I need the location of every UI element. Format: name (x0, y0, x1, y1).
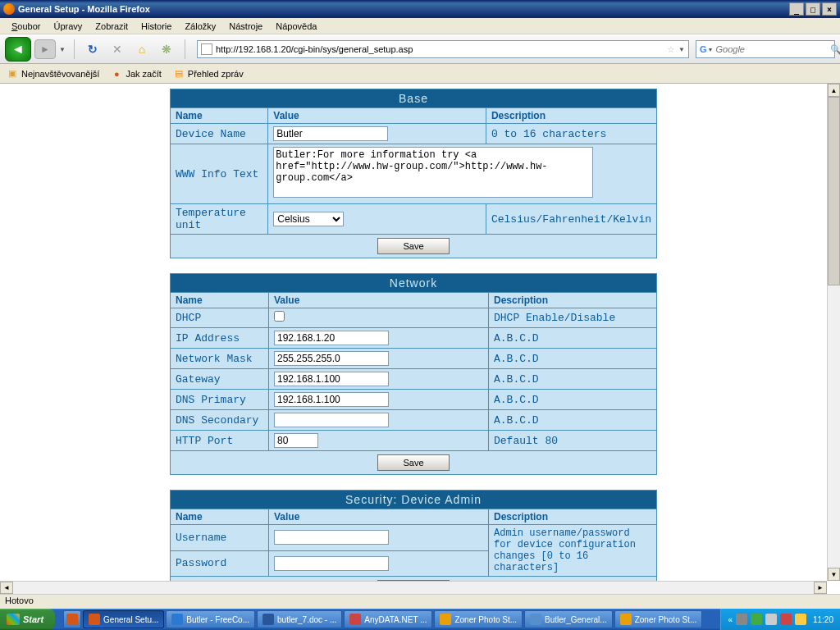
search-icon[interactable]: 🔍 (830, 44, 841, 55)
network-col-name: Name (171, 293, 269, 308)
tray-icon[interactable] (765, 614, 777, 625)
window-title: General Setup - Mozilla Firefox (18, 4, 789, 14)
zoner-icon (620, 614, 632, 625)
close-button[interactable]: × (822, 2, 837, 16)
ip-input[interactable] (274, 331, 389, 345)
security-desc: Admin username/password for device confi… (489, 525, 657, 577)
dns1-desc: A.B.C.D (489, 390, 657, 410)
taskbar: Start General Setu... Butler - FreeCo...… (0, 609, 840, 630)
search-input[interactable] (716, 44, 830, 54)
taskbar-item-zoner2[interactable]: Zoner Photo St... (614, 610, 703, 628)
temp-unit-label: Temperature unit (171, 204, 268, 235)
back-button[interactable]: ◄ (5, 37, 31, 62)
gateway-desc: A.B.C.D (489, 369, 657, 390)
mask-input[interactable] (274, 351, 389, 366)
stop-button[interactable]: ✕ (109, 41, 126, 57)
maximize-button[interactable]: □ (806, 2, 820, 16)
search-box[interactable]: G ▼ 🔍 (696, 40, 835, 58)
menu-history[interactable]: Historie (135, 20, 178, 33)
dns2-input[interactable] (274, 413, 389, 427)
http-port-input[interactable] (274, 433, 318, 448)
gateway-input[interactable] (274, 372, 389, 386)
taskbar-item-zoner1[interactable]: Zoner Photo St... (434, 610, 523, 628)
bookmark-most-visited[interactable]: ▣ Nejnavštěvovanější (7, 68, 99, 80)
dns1-input[interactable] (274, 392, 389, 407)
horizontal-scrollbar[interactable]: ◄ ► (0, 581, 827, 594)
folder-icon: ▣ (7, 68, 18, 80)
firefox-icon (3, 3, 15, 15)
password-label: Password (171, 550, 269, 577)
menu-view[interactable]: Zobrazit (89, 20, 135, 33)
page-icon (201, 43, 212, 55)
word-icon (262, 614, 274, 625)
username-label: Username (171, 525, 269, 551)
navigation-toolbar: ◄ ► ▼ ↻ ✕ ⌂ ❋ ☆ ▼ G ▼ 🔍 (0, 34, 840, 64)
menu-bar: Soubor Úpravy Zobrazit Historie Záložky … (0, 18, 840, 34)
menu-tools[interactable]: Nástroje (222, 20, 269, 33)
minimize-button[interactable]: _ (789, 2, 804, 16)
device-name-label: Device Name (171, 124, 268, 144)
network-section-header: Network (171, 274, 657, 293)
taskbar-item-general-setup[interactable]: General Setu... (83, 610, 164, 628)
vertical-scrollbar[interactable]: ▲ ▼ (827, 84, 840, 581)
tray-icon[interactable] (780, 614, 792, 625)
taskbar-item-butler-doc[interactable]: butler_7.doc - ... (257, 610, 342, 628)
device-name-desc: 0 to 16 characters (486, 124, 656, 144)
start-button[interactable]: Start (0, 609, 55, 630)
menu-edit[interactable]: Úpravy (47, 20, 89, 33)
tray-icon[interactable] (795, 614, 806, 625)
temp-unit-select[interactable]: Celsius (273, 212, 344, 226)
menu-bookmarks[interactable]: Záložky (178, 20, 222, 33)
security-col-name: Name (171, 509, 269, 525)
url-bar[interactable]: ☆ ▼ (197, 40, 689, 58)
tray-icon[interactable] (751, 614, 762, 625)
bookmark-news-overview[interactable]: ▤ Přehled zpráv (173, 68, 244, 80)
forward-button[interactable]: ► (34, 39, 56, 59)
dhcp-checkbox[interactable] (274, 311, 285, 322)
home-button[interactable]: ⌂ (134, 41, 150, 57)
network-col-desc: Description (489, 293, 657, 308)
base-save-button[interactable]: Save (377, 238, 450, 254)
url-dropdown-icon[interactable]: ▼ (678, 46, 685, 53)
taskbar-item-anydata[interactable]: AnyDATA.NET ... (344, 610, 432, 628)
network-save-button[interactable]: Save (377, 454, 450, 471)
base-section-header: Base (171, 89, 657, 108)
bookmark-getting-started[interactable]: ● Jak začít (111, 68, 161, 80)
quicklaunch-item[interactable] (63, 610, 81, 628)
ip-label: IP Address (171, 328, 269, 349)
ie-icon (171, 614, 183, 625)
status-text: Hotovo (5, 596, 34, 605)
dns2-desc: A.B.C.D (489, 410, 657, 431)
menu-file[interactable]: Soubor (5, 20, 47, 33)
reload-button[interactable]: ↻ (84, 41, 101, 57)
toolbar-icon[interactable]: ❋ (158, 41, 175, 57)
clock[interactable]: 11:20 (813, 615, 833, 624)
taskbar-item-butler-general[interactable]: Butler_General... (524, 610, 613, 628)
scroll-up-button[interactable]: ▲ (828, 84, 840, 97)
security-col-desc: Description (489, 509, 657, 525)
scroll-down-button[interactable]: ▼ (828, 568, 840, 581)
menu-help[interactable]: Nápověda (269, 20, 323, 33)
tray-collapse-icon[interactable]: « (728, 615, 733, 624)
network-col-value: Value (269, 293, 489, 308)
nav-history-dropdown[interactable]: ▼ (57, 39, 67, 59)
url-input[interactable] (216, 44, 664, 54)
app-icon (349, 614, 361, 625)
scroll-thumb[interactable] (828, 97, 840, 285)
taskbar-item-butler[interactable]: Butler - FreeCo... (166, 610, 255, 628)
google-icon: G (700, 43, 707, 55)
mask-label: Network Mask (171, 349, 269, 369)
device-name-input[interactable] (273, 126, 388, 141)
username-input[interactable] (274, 530, 389, 545)
www-info-textarea[interactable]: Butler:For more information try <a href=… (273, 147, 593, 198)
scroll-right-button[interactable]: ► (814, 582, 827, 594)
tray-icon[interactable] (736, 614, 747, 625)
base-table: Base Name Value Description Device Name … (170, 89, 657, 258)
ip-desc: A.B.C.D (489, 328, 657, 349)
system-tray[interactable]: « 11:20 (720, 609, 840, 630)
window-titlebar: General Setup - Mozilla Firefox _ □ × (0, 0, 840, 18)
scroll-left-button[interactable]: ◄ (0, 582, 13, 594)
password-input[interactable] (274, 556, 389, 571)
www-info-label: WWW Info Text (171, 144, 268, 204)
bookmark-star-icon[interactable]: ☆ (667, 44, 675, 55)
